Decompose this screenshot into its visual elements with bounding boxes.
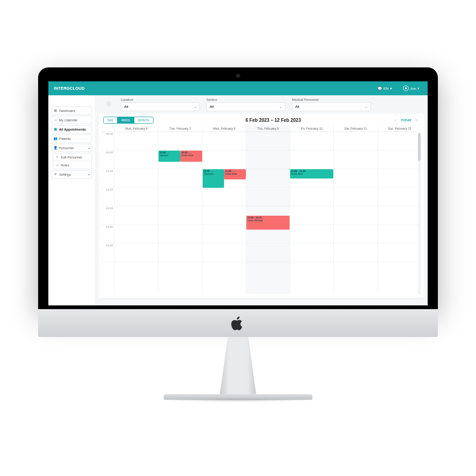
dashboard-icon: ▦ bbox=[53, 109, 57, 112]
user-avatar-icon bbox=[403, 86, 409, 91]
calendar-icon: ▭ bbox=[53, 118, 57, 122]
user-menu[interactable]: Joe ▾ bbox=[400, 85, 422, 92]
event-name: Smith Alice bbox=[291, 172, 332, 175]
time-gutter: 09:00 10:00 11:00 12:00 13:00 14:00 15:0… bbox=[101, 132, 114, 294]
time-label: 14:00 bbox=[101, 225, 114, 244]
top-header: INTERGCLOUD 💬 EN ▾ Joe ▾ bbox=[48, 81, 428, 95]
time-label: 10:00 bbox=[101, 151, 114, 169]
select-caret-icon: ⌄ bbox=[365, 105, 368, 109]
sidebar-item-label: Roles bbox=[61, 164, 69, 167]
sidebar-item-personnel[interactable]: 👤 Personnel ◂ bbox=[51, 144, 92, 152]
screen: INTERGCLOUD 💬 EN ▾ Joe ▾ ▦ bbox=[48, 81, 428, 305]
filter-bar: Location All ⌄ Section All ⌄ bbox=[99, 98, 424, 111]
day-column-today[interactable]: 13:30 - 14:15Jones Michael bbox=[246, 132, 290, 294]
location-select[interactable]: All ⌄ bbox=[121, 102, 200, 111]
day-column[interactable] bbox=[377, 132, 421, 294]
chat-icon: 💬 bbox=[377, 86, 382, 91]
brand-logo: INTERGCLOUD bbox=[54, 86, 85, 91]
view-week-button[interactable]: WEEK bbox=[118, 117, 134, 123]
camera-dot bbox=[236, 74, 240, 78]
appointment-event[interactable]: 10:00 - ...Herrera... bbox=[159, 151, 180, 162]
view-month-button[interactable]: MONTH bbox=[134, 117, 153, 123]
sidebar-item-my-calendar[interactable]: ▭ My Calendar bbox=[51, 116, 92, 124]
appointment-event[interactable]: 10:00 - ...Smith Alice bbox=[180, 151, 202, 162]
day-header-today: Thu, February 9 bbox=[246, 126, 290, 132]
today-button[interactable]: TODAY bbox=[401, 119, 412, 122]
day-header: Wed, February 8 bbox=[202, 126, 246, 132]
sidebar-item-label: Dashboard bbox=[59, 109, 75, 112]
sidebar-item-label: My Calendar bbox=[59, 119, 78, 122]
sidebar-item-roles[interactable]: ▭ Roles bbox=[53, 161, 92, 169]
gear-icon: ⚙ bbox=[53, 172, 57, 176]
calendar-grid: Mon, February 6 Tue, February 7 Wed, Feb… bbox=[101, 126, 421, 295]
sidebar-item-label: Personnel bbox=[59, 146, 74, 150]
next-week-button[interactable]: › bbox=[415, 118, 419, 123]
collapse-sidebar-button[interactable] bbox=[106, 101, 112, 106]
people-icon: 👥 bbox=[53, 137, 57, 140]
calendar-scrollbar[interactable] bbox=[418, 133, 421, 295]
main-content: Location All ⌄ Section All ⌄ bbox=[95, 95, 428, 305]
day-header: Mon, February 6 bbox=[114, 126, 158, 132]
day-header: Tue, February 7 bbox=[158, 126, 202, 132]
sidebar-item-edit-personnel[interactable]: ✎ Edit Personnel bbox=[53, 153, 92, 161]
sidebar-item-label: Edit Personnel bbox=[61, 156, 82, 159]
event-name: Smith Alice bbox=[225, 172, 245, 175]
language-selector[interactable]: 💬 EN ▾ bbox=[375, 86, 395, 92]
time-label: 09:00 bbox=[101, 132, 114, 151]
calendar-check-icon: ▣ bbox=[53, 127, 57, 131]
day-column[interactable] bbox=[114, 132, 158, 294]
day-column[interactable]: 11:00 - ...Thomson...11:00 - ...Smith Al… bbox=[202, 132, 246, 294]
scroll-thumb[interactable] bbox=[418, 133, 421, 161]
appointment-event[interactable]: 11:00 - 11:30Smith Alice bbox=[290, 169, 333, 178]
chevron-left-icon: ◂ bbox=[88, 146, 90, 150]
chevron-down-icon: ▾ bbox=[390, 86, 392, 91]
sidebar-item-settings[interactable]: ⚙ Settings ▾ bbox=[51, 170, 92, 178]
select-value: All bbox=[124, 105, 128, 109]
sidebar-item-label: Settings bbox=[59, 173, 71, 176]
select-caret-icon: ⌄ bbox=[279, 105, 282, 109]
day-column[interactable] bbox=[333, 132, 377, 294]
select-value: All bbox=[295, 105, 299, 109]
calendar-range-title: 6 Feb 2023 – 12 Feb 2023 bbox=[153, 118, 393, 123]
sidebar-item-patients[interactable]: 👥 Patients bbox=[51, 134, 92, 143]
calendar-toolbar: DAY WEEK MONTH 6 Feb 2023 – 12 Feb 2023 … bbox=[101, 117, 421, 124]
calendar-nav: ‹ TODAY › bbox=[393, 118, 419, 123]
day-column[interactable]: 11:00 - 11:30Smith Alice bbox=[290, 132, 333, 294]
person-icon: 👤 bbox=[53, 146, 57, 150]
sidebar-item-label: All Appointments bbox=[59, 128, 86, 131]
language-label: EN bbox=[383, 86, 389, 91]
appointment-event[interactable]: 11:00 - ...Thomson... bbox=[203, 169, 225, 188]
sidebar-item-all-appointments[interactable]: ▣ All Appointments bbox=[51, 125, 92, 133]
event-name: Jones Michael bbox=[247, 219, 289, 222]
day-column[interactable]: 10:00 - ...Herrera...10:00 - ...Smith Al… bbox=[158, 132, 202, 294]
sidebar-item-dashboard[interactable]: ▦ Dashboard bbox=[51, 106, 92, 115]
chevron-down-icon: ▾ bbox=[88, 173, 90, 176]
time-label: 15:00 bbox=[101, 244, 114, 262]
time-label: 12:00 bbox=[101, 188, 114, 206]
brand-name: INTERGCLOUD bbox=[54, 86, 85, 91]
prev-week-button[interactable]: ‹ bbox=[393, 118, 398, 123]
monitor-stand-neck bbox=[215, 337, 261, 397]
section-select[interactable]: All ⌄ bbox=[206, 102, 285, 111]
calendar-card: DAY WEEK MONTH 6 Feb 2023 – 12 Feb 2023 … bbox=[99, 114, 424, 298]
filter-label-location: Location bbox=[121, 98, 200, 101]
monitor-frame: INTERGCLOUD 💬 EN ▾ Joe ▾ ▦ bbox=[38, 67, 438, 309]
appointment-event[interactable]: 13:30 - 14:15Jones Michael bbox=[246, 216, 290, 230]
chevron-down-icon: ▾ bbox=[417, 86, 419, 91]
monitor-shadow bbox=[159, 398, 317, 402]
event-name: Thomson... bbox=[204, 172, 224, 175]
day-header: Sat, February 11 bbox=[333, 126, 377, 132]
view-day-button[interactable]: DAY bbox=[104, 117, 118, 123]
event-name: Herrera... bbox=[159, 154, 179, 157]
apple-logo-icon bbox=[231, 316, 245, 331]
calendar-body: 09:00 10:00 11:00 12:00 13:00 14:00 15:0… bbox=[101, 132, 421, 294]
calendar-day-headers: Mon, February 6 Tue, February 7 Wed, Feb… bbox=[101, 126, 421, 132]
medical-personnel-select[interactable]: All ⌄ bbox=[292, 102, 371, 111]
event-name: Smith Alice bbox=[181, 154, 201, 157]
sidebar: ▦ Dashboard ▭ My Calendar ▣ All Appointm… bbox=[48, 95, 95, 305]
appointment-event[interactable]: 11:00 - ...Smith Alice bbox=[224, 169, 246, 179]
filter-label-section: Section bbox=[206, 98, 285, 101]
id-icon: ▭ bbox=[55, 163, 59, 167]
user-name: Joe bbox=[410, 86, 416, 91]
filter-label-medical: Medical Personnel bbox=[292, 98, 371, 101]
